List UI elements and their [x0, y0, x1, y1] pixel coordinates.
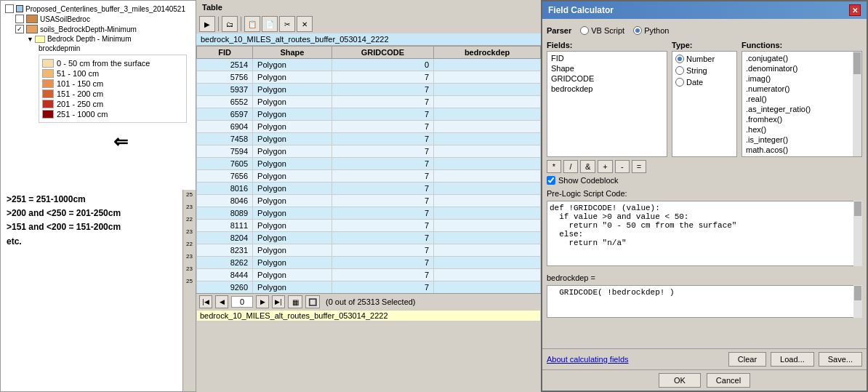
func-item-8[interactable]: .is_integer() — [744, 135, 851, 145]
ok-button[interactable]: OK — [659, 373, 701, 388]
type-date-radio[interactable] — [675, 78, 684, 87]
table-cell-18-1: Polygon — [253, 281, 332, 294]
legend-box: 0 - 50 cm from the surface 51 - 100 cm 1… — [39, 55, 187, 123]
table-row[interactable]: 6597Polygon7 — [197, 108, 541, 121]
table-row[interactable]: 7458Polygon7 — [197, 133, 541, 145]
table-row[interactable]: 6552Polygon7 — [197, 96, 541, 108]
show-codeblock-checkbox[interactable] — [547, 176, 555, 185]
layer-item-brockdepmin[interactable]: brockdepmin — [4, 44, 193, 53]
table-cell-16-0: 8262 — [197, 257, 253, 269]
parser-python-option[interactable]: Python — [633, 26, 669, 35]
nav-current-input[interactable] — [231, 296, 253, 308]
parser-vbscript-radio[interactable] — [580, 26, 589, 35]
table-cell-11-2: 7 — [331, 195, 433, 207]
table-row[interactable]: 9260Polygon7 — [197, 281, 541, 294]
table-row[interactable]: 5756Polygon7 — [197, 71, 541, 84]
layer-checkbox-proposed[interactable] — [5, 4, 14, 13]
parser-vbscript-option[interactable]: VB Script — [580, 26, 624, 35]
clear-button[interactable]: Clear — [728, 352, 766, 367]
layer-item-soils[interactable]: soils_BedrockDepth-Minimum — [4, 24, 193, 34]
table-cell-12-1: Polygon — [253, 207, 332, 220]
type-date-option[interactable]: Date — [675, 78, 734, 87]
table-row[interactable]: 8262Polygon7 — [197, 257, 541, 269]
load-button[interactable]: Load... — [771, 352, 814, 367]
nav-first-btn[interactable]: |◀ — [199, 295, 212, 308]
func-item-7[interactable]: .hex() — [744, 124, 851, 135]
legend-label-2: 101 - 150 cm — [57, 79, 103, 88]
table-row[interactable]: 8231Polygon7 — [197, 244, 541, 257]
func-item-5[interactable]: .as_integer_ratio() — [744, 104, 851, 114]
table-cell-3-0: 6552 — [197, 96, 253, 108]
field-item-gridcode[interactable]: GRIDCODE — [549, 73, 665, 84]
op-divide[interactable]: / — [563, 160, 578, 173]
func-item-0[interactable]: .conjugate() — [744, 53, 851, 63]
dialog-close-button[interactable]: ✕ — [849, 4, 861, 16]
field-item-bedrockdep[interactable]: bedrockdep — [549, 84, 665, 94]
layer-item-bedrock[interactable]: ▼ Bedrock Depth - Minimum — [4, 34, 193, 44]
toolbar-btn-table[interactable]: 🗂 — [222, 16, 238, 32]
func-item-3[interactable]: .numerator() — [744, 84, 851, 94]
table-row[interactable]: 8046Polygon7 — [197, 195, 541, 207]
data-table[interactable]: FID Shape GRIDCODE bedrockdep 2514Polygo… — [196, 46, 541, 293]
layer-label-proposed: Proposed_Centerlines_buffer_3_miles_2014… — [25, 5, 185, 13]
op-minus[interactable]: - — [615, 160, 630, 173]
fields-listbox[interactable]: FID Shape GRIDCODE bedrockdep — [547, 51, 667, 157]
output-scrollbar[interactable] — [853, 285, 862, 318]
nav-prev-btn[interactable]: ◀ — [215, 295, 228, 308]
type-number-radio[interactable] — [675, 55, 684, 63]
toolbar-btn-select[interactable]: ▶ — [199, 16, 215, 32]
output-code-area[interactable]: GRIDCODE( !bedrockdep! ) — [547, 285, 862, 318]
op-equals[interactable]: = — [632, 160, 646, 173]
table-header-bar: Table — [196, 0, 541, 15]
toolbar-btn-delete[interactable]: ✕ — [297, 16, 313, 32]
op-multiply[interactable]: * — [547, 160, 561, 173]
legend-label-0: 0 - 50 cm from the surface — [57, 59, 150, 68]
table-row[interactable]: 5937Polygon7 — [197, 84, 541, 96]
pre-logic-scrollbar[interactable] — [853, 201, 862, 266]
op-plus[interactable]: + — [598, 160, 612, 173]
table-row[interactable]: 7594Polygon7 — [197, 145, 541, 158]
table-row[interactable]: 6904Polygon7 — [197, 121, 541, 133]
table-row[interactable]: 7656Polygon7 — [197, 170, 541, 183]
table-row[interactable]: 8111Polygon7 — [197, 220, 541, 232]
table-row[interactable]: 7605Polygon7 — [197, 158, 541, 170]
layer-item-proposed[interactable]: Proposed_Centerlines_buffer_3_miles_2014… — [4, 4, 193, 14]
layer-item-usasoil[interactable]: USASoilBedroc — [4, 14, 193, 24]
table-cell-4-2: 7 — [331, 108, 433, 121]
nav-last-btn[interactable]: ▶| — [272, 295, 285, 308]
type-string-option[interactable]: String — [675, 66, 734, 75]
type-number-option[interactable]: Number — [675, 55, 734, 63]
field-item-fid[interactable]: FID — [549, 53, 665, 63]
functions-scrollbar[interactable] — [853, 52, 861, 156]
table-row[interactable]: 2514Polygon0 — [197, 59, 541, 71]
type-string-radio[interactable] — [675, 66, 684, 75]
func-item-1[interactable]: .denominator() — [744, 63, 851, 73]
op-ampersand[interactable]: & — [580, 160, 595, 173]
table-field-btn[interactable]: 🔲 — [305, 295, 320, 308]
table-view-btn[interactable]: ▦ — [288, 295, 302, 308]
table-row[interactable]: 8204Polygon7 — [197, 232, 541, 244]
about-link[interactable]: About calculating fields — [547, 355, 629, 364]
table-cell-13-0: 8111 — [197, 220, 253, 232]
pre-logic-code-area[interactable]: def !GRIDCODE! (value): if value >0 and … — [547, 201, 862, 266]
toolbar-btn-paste[interactable]: 📄 — [262, 16, 278, 32]
parser-python-radio[interactable] — [633, 26, 642, 35]
save-button[interactable]: Save... — [819, 352, 862, 367]
func-item-4[interactable]: .real() — [744, 94, 851, 104]
layer-checkbox-usasoil[interactable] — [15, 15, 24, 23]
toolbar-btn-copy[interactable]: 📋 — [244, 16, 260, 32]
toolbar-btn-cut[interactable]: ✂ — [279, 16, 295, 32]
table-row[interactable]: 8089Polygon7 — [197, 207, 541, 220]
nav-next-btn[interactable]: ▶ — [256, 295, 269, 308]
func-item-10[interactable]: math.acosh() — [744, 155, 851, 157]
legend-label-1: 51 - 100 cm — [57, 69, 99, 78]
cancel-button[interactable]: Cancel — [707, 373, 750, 388]
func-item-6[interactable]: .fromhex() — [744, 114, 851, 124]
table-row[interactable]: 8016Polygon7 — [197, 183, 541, 195]
func-item-9[interactable]: math.acos() — [744, 145, 851, 155]
layer-checkbox-soils[interactable] — [15, 25, 24, 33]
field-item-shape[interactable]: Shape — [549, 63, 665, 73]
func-item-2[interactable]: .imag() — [744, 73, 851, 84]
functions-listbox[interactable]: .conjugate() .denominator() .imag() .num… — [742, 51, 862, 157]
table-row[interactable]: 8444Polygon7 — [197, 269, 541, 281]
